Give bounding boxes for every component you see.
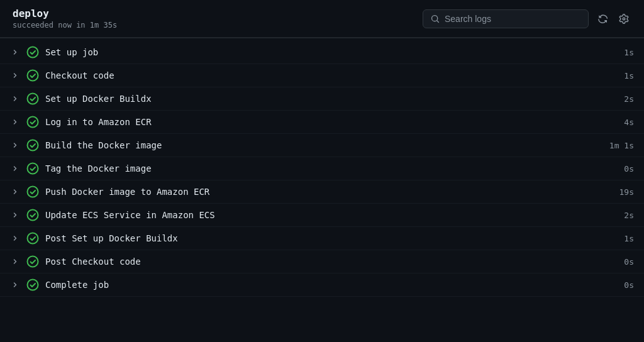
job-left: Post Checkout code [10,255,141,268]
svg-point-5 [28,163,38,174]
job-left: Set up Docker Buildx [10,92,152,105]
chevron-right-icon [10,258,20,265]
job-row[interactable]: Post Set up Docker Buildx 1s [0,227,644,250]
svg-point-7 [28,210,38,221]
job-left: Tag the Docker image [10,162,152,175]
job-row[interactable]: Update ECS Service in Amazon ECS 2s [0,204,644,227]
svg-point-4 [28,140,38,151]
gear-icon [619,14,629,24]
success-icon [26,185,39,198]
svg-point-1 [28,70,38,81]
job-left: Push Docker image to Amazon ECR [10,185,209,198]
success-icon [26,162,39,175]
chevron-right-icon [10,165,20,172]
job-duration: 2s [624,94,634,104]
job-label: Push Docker image to Amazon ECR [45,187,209,197]
job-left: Update ECS Service in Amazon ECS [10,209,215,221]
job-row[interactable]: Tag the Docker image 0s [0,157,644,180]
search-input[interactable] [445,14,580,24]
refresh-icon [597,14,608,24]
job-row[interactable]: Post Checkout code 0s [0,250,644,273]
chevron-right-icon [10,72,20,79]
chevron-right-icon [10,281,20,289]
job-row[interactable]: Push Docker image to Amazon ECR 19s [0,180,644,204]
success-icon [26,116,39,128]
job-left: Post Set up Docker Buildx [10,232,178,245]
job-label: Log in to Amazon ECR [45,117,152,127]
svg-point-3 [28,117,38,128]
chevron-right-icon [10,234,20,242]
job-duration: 2s [624,211,634,220]
success-icon [26,232,39,245]
job-left: Checkout code [10,69,114,82]
job-label: Update ECS Service in Amazon ECS [45,210,215,220]
settings-button[interactable] [616,11,631,26]
job-left: Complete job [10,279,109,291]
chevron-right-icon [10,48,20,56]
job-left: Set up job [10,46,98,58]
svg-point-10 [28,280,38,290]
job-duration: 0s [624,257,634,267]
chevron-right-icon [10,211,20,219]
job-duration: 1s [624,234,634,243]
search-container[interactable] [423,9,589,28]
job-duration: 4s [624,118,634,127]
success-icon [26,209,39,221]
jobs-list: Set up job 1s Checkout code 1s [0,38,644,299]
header-left: deploy succeeded now in 1m 35s [13,8,117,30]
job-duration: 0s [624,280,634,290]
header-right [423,9,631,28]
svg-point-6 [28,187,38,197]
job-label: Checkout code [45,70,114,80]
job-duration: 19s [619,187,634,197]
deploy-title: deploy [13,8,117,19]
chevron-right-icon [10,188,20,196]
deploy-subtitle: succeeded now in 1m 35s [13,21,117,30]
job-row[interactable]: Checkout code 1s [0,64,644,87]
job-duration: 1s [624,48,634,57]
chevron-right-icon [10,141,20,149]
job-duration: 0s [624,164,634,174]
job-label: Tag the Docker image [45,163,152,174]
job-left: Log in to Amazon ECR [10,116,152,128]
job-label: Build the Docker image [45,140,162,150]
success-icon [26,279,39,291]
svg-point-8 [28,233,38,244]
success-icon [26,69,39,82]
header: deploy succeeded now in 1m 35s [0,0,644,38]
success-icon [26,92,39,105]
job-label: Set up job [45,47,98,57]
chevron-right-icon [10,118,20,126]
svg-point-0 [28,47,38,58]
job-label: Set up Docker Buildx [45,94,152,104]
job-duration: 1s [624,71,634,80]
search-icon [431,14,440,23]
success-icon [26,255,39,268]
svg-point-2 [28,94,38,104]
job-row[interactable]: Build the Docker image 1m 1s [0,134,644,157]
chevron-right-icon [10,95,20,102]
refresh-button[interactable] [595,11,610,26]
success-icon [26,139,39,152]
job-label: Complete job [45,280,109,290]
job-row[interactable]: Complete job 0s [0,273,644,297]
job-left: Build the Docker image [10,139,162,152]
job-label: Post Set up Docker Buildx [45,233,178,243]
job-row[interactable]: Log in to Amazon ECR 4s [0,111,644,134]
job-label: Post Checkout code [45,256,141,267]
success-icon [26,46,39,58]
svg-point-9 [28,256,38,267]
job-row[interactable]: Set up Docker Buildx 2s [0,87,644,111]
job-duration: 1m 1s [609,141,634,150]
job-row[interactable]: Set up job 1s [0,41,644,64]
